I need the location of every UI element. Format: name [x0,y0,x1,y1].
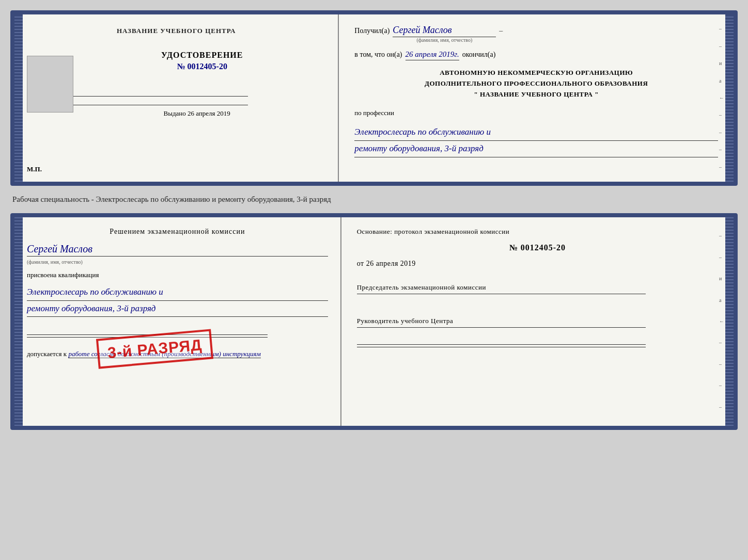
udostoverenie-number: № 0012405-20 [177,62,227,71]
chairman-label: Председатель экзаменационной комиссии [357,283,718,292]
fio-sublabel: (фамилия, имя, отчество) [416,37,472,43]
poluchil-label: Получил(а) [354,27,389,35]
qualification-line2: ремонту оборудования, 3-й разряд [27,301,328,317]
poluchil-row: Получил(а) Сергей Маслов (фамилия, имя, … [354,25,718,43]
vtom-date: 26 апреля 2019г. [406,50,459,60]
vtom-label: в том, что он(а) [354,51,402,59]
chairman-sig-line [357,294,646,294]
bottom-certificate: Решением экзаменационной комиссии Сергей… [10,213,738,430]
profession-line2: ремонту оборудования, 3-й разряд [354,141,718,157]
poluchil-name: Сергей Маслов [393,25,496,37]
osnovaniye-text: Основание: протокол экзаменационной коми… [357,228,718,236]
extra-sig-lines [357,342,718,349]
okonchil-label: окончил(а) [462,51,496,59]
profession-line1: Электрослесарь по обслуживанию и [354,124,718,141]
signature-line-1 [66,96,248,97]
photo-placeholder [27,56,73,113]
mp-label: М.П. [27,165,42,173]
ot-date: от 26 апреля 2019 [357,260,718,268]
extra-sig-line-1 [357,344,646,345]
person-name-block: Сергей Маслов (фамилия, имя, отчество) [27,241,328,266]
specialty-text: Рабочая специальность - Электрослесарь п… [10,192,738,207]
qualification-line1: Электрослесарь по обслуживанию и [27,284,328,301]
dash: – [499,27,503,35]
ot-date-value: 26 апреля 2019 [366,260,416,267]
document-container: НАЗВАНИЕ УЧЕБНОГО ЦЕНТРА УДОСТОВЕРЕНИЕ №… [10,10,738,430]
rukovoditel-block: Руководитель учебного Центра [357,312,718,330]
prisvoena-label: присвоена квалификация [27,271,328,279]
vydano-row: Выдано 26 апреля 2019 [164,109,230,118]
vydano-date: 26 апреля 2019 [188,109,230,117]
signature-line-2 [66,105,248,105]
protocol-number: № 0012405-20 [357,243,718,252]
org-line2: ДОПОЛНИТЕЛЬНОГО ПРОФЕССИОНАЛЬНОГО ОБРАЗО… [354,78,718,89]
resheniem-title: Решением экзаменационной комиссии [27,228,328,236]
rukovoditel-label: Руководитель учебного Центра [357,317,718,325]
org-line3: " НАЗВАНИЕ УЧЕБНОГО ЦЕНТРА " [354,89,718,100]
ot-label: от [357,260,364,267]
top-cert-left-panel: НАЗВАНИЕ УЧЕБНОГО ЦЕНТРА УДОСТОВЕРЕНИЕ №… [14,14,339,182]
vydano-label: Выдано [164,109,186,117]
po-professii-label: по профессии [354,109,718,117]
bottom-cert-right-panel: Основание: протокол экзаменационной коми… [341,217,734,426]
qualification-block: Электрослесарь по обслуживанию и ремонту… [27,284,328,317]
rukovoditel-sig-line [357,327,646,328]
binding-strip-right-bottom [725,217,734,426]
org-line1: АВТОНОМНУЮ НЕКОММЕРЧЕСКУЮ ОРГАНИЗАЦИЮ [354,68,718,78]
org-block: АВТОНОМНУЮ НЕКОММЕРЧЕСКУЮ ОРГАНИЗАЦИЮ ДО… [354,68,718,100]
binding-strip-right-top [725,14,734,182]
dopuskaetsya-label: допускается к [27,350,67,358]
bottom-fio-sub: (фамилия, имя, отчество) [27,259,83,265]
top-certificate: НАЗВАНИЕ УЧЕБНОГО ЦЕНТРА УДОСТОВЕРЕНИЕ №… [10,10,738,186]
person-name: Сергей Маслов [27,243,328,257]
udostoverenie-title: УДОСТОВЕРЕНИЕ [161,51,243,60]
top-cert-header: НАЗВАНИЕ УЧЕБНОГО ЦЕНТРА [117,27,236,35]
profession-block: Электрослесарь по обслуживанию и ремонту… [354,124,718,157]
sig-line-right-1: Председатель экзаменационной комиссии [357,279,718,296]
bottom-cert-left-panel: Решением экзаменационной комиссии Сергей… [14,217,341,426]
top-cert-right-panel: Получил(а) Сергей Маслов (фамилия, имя, … [339,14,734,182]
extra-sig-line-2 [357,347,646,347]
vtom-row: в том, что он(а) 26 апреля 2019г. окончи… [354,50,718,60]
